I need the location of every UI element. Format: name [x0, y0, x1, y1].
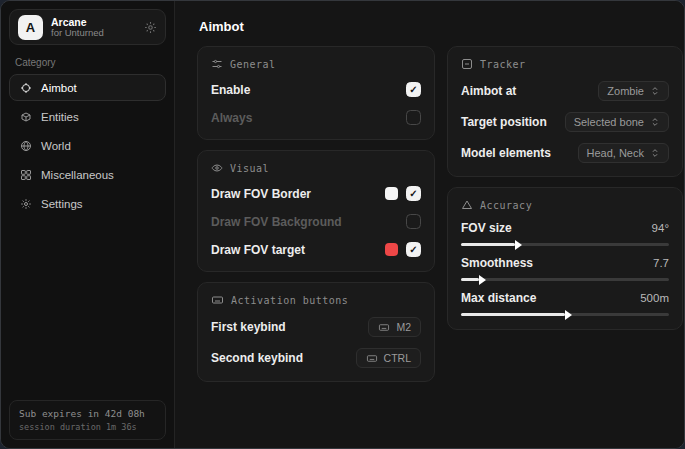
keyboard-icon — [378, 322, 390, 333]
sliders-icon — [211, 58, 223, 70]
category-label: Category — [15, 57, 160, 68]
enable-label: Enable — [211, 83, 250, 97]
model-elements-label: Model elements — [461, 146, 551, 160]
gear-icon[interactable] — [144, 21, 157, 34]
subscription-status-box: Sub expires in 42d 08h session duration … — [9, 400, 166, 440]
fov-size-slider[interactable] — [461, 243, 669, 246]
card-title: General — [230, 59, 276, 70]
smoothness-slider[interactable] — [461, 278, 669, 281]
chevrons-up-down-icon — [650, 148, 660, 158]
brand-name: Arcane — [51, 16, 104, 28]
sidebar: A Arcane for Unturned Category Aimbot — [1, 1, 175, 448]
always-checkbox[interactable] — [406, 110, 421, 125]
sidebar-item-aimbot[interactable]: Aimbot — [9, 74, 166, 101]
app-window: A Arcane for Unturned Category Aimbot — [0, 0, 685, 449]
fov-size-slider-fill — [461, 243, 515, 246]
sidebar-item-label: Aimbot — [41, 82, 77, 94]
enable-checkbox[interactable] — [406, 82, 421, 97]
fov-target-color-swatch[interactable] — [385, 243, 398, 256]
smoothness-value: 7.7 — [653, 257, 669, 269]
card-title: Tracker — [480, 59, 526, 70]
sidebar-nav: Aimbot Entities World Miscellaneous — [1, 74, 174, 217]
max-distance-slider-fill — [461, 313, 565, 316]
target-position-label: Target position — [461, 115, 547, 129]
max-distance-slider[interactable] — [461, 313, 669, 316]
visual-card: Visual Draw FOV Border Draw FOV Backgrou… — [197, 150, 435, 272]
max-distance-label: Max distance — [461, 291, 536, 305]
card-title: Accuracy — [480, 200, 532, 211]
fov-border-label: Draw FOV Border — [211, 187, 311, 201]
grid-icon — [20, 169, 32, 181]
scan-box-icon — [461, 58, 473, 70]
card-title: Visual — [230, 163, 269, 174]
eye-icon — [211, 162, 223, 174]
second-keybind-label: Second keybind — [211, 351, 303, 365]
triangle-icon — [461, 199, 473, 211]
aimbot-at-label: Aimbot at — [461, 84, 516, 98]
target-position-select[interactable]: Selected bone — [565, 112, 669, 132]
second-keybind-button[interactable]: CTRL — [356, 348, 421, 368]
page-title: Aimbot — [199, 19, 683, 34]
settings-gear-icon — [20, 198, 32, 210]
sidebar-item-world[interactable]: World — [9, 132, 166, 159]
first-keybind-button[interactable]: M2 — [368, 317, 421, 337]
brand-subtitle: for Unturned — [51, 28, 104, 39]
smoothness-label: Smoothness — [461, 256, 533, 270]
model-elements-value: Head, Neck — [587, 147, 644, 159]
fov-target-label: Draw FOV target — [211, 243, 305, 257]
tracker-card: Tracker Aimbot at Zombie Target position — [447, 46, 683, 177]
crosshair-icon — [20, 82, 32, 94]
fov-background-checkbox[interactable] — [406, 214, 421, 229]
brand-card: A Arcane for Unturned — [9, 9, 166, 45]
model-elements-select[interactable]: Head, Neck — [578, 143, 669, 163]
first-keybind-label: First keybind — [211, 320, 286, 334]
entities-icon — [20, 111, 32, 123]
activation-card: Activation buttons First keybind M2 Seco… — [197, 282, 435, 382]
sidebar-item-settings[interactable]: Settings — [9, 190, 166, 217]
target-position-value: Selected bone — [574, 116, 644, 128]
sidebar-item-miscellaneous[interactable]: Miscellaneous — [9, 161, 166, 188]
main-content: Aimbot General Enable — [175, 1, 685, 448]
fov-target-checkbox[interactable] — [406, 242, 421, 257]
first-keybind-value: M2 — [396, 321, 411, 333]
card-title: Activation buttons — [231, 295, 348, 306]
sub-expiry-text: Sub expires in 42d 08h — [19, 408, 156, 419]
keyboard-icon — [366, 353, 378, 364]
smoothness-slider-fill — [461, 278, 479, 281]
globe-icon — [20, 140, 32, 152]
accuracy-card: Accuracy FOV size 94° Smoothness — [447, 187, 683, 330]
second-keybind-value: CTRL — [384, 352, 411, 364]
sidebar-item-label: Settings — [41, 198, 83, 210]
sidebar-item-label: World — [41, 140, 71, 152]
always-label: Always — [211, 111, 252, 125]
aimbot-at-value: Zombie — [607, 85, 644, 97]
sidebar-item-entities[interactable]: Entities — [9, 103, 166, 130]
fov-size-value: 94° — [652, 222, 669, 234]
fov-size-label: FOV size — [461, 221, 512, 235]
session-duration-text: session duration 1m 36s — [19, 422, 156, 432]
keyboard-icon — [211, 294, 224, 306]
brand-logo: A — [18, 15, 43, 40]
fov-border-checkbox[interactable] — [406, 186, 421, 201]
general-card: General Enable Always — [197, 46, 435, 140]
fov-border-color-swatch[interactable] — [385, 187, 398, 200]
chevrons-up-down-icon — [650, 86, 660, 96]
sidebar-item-label: Miscellaneous — [41, 169, 114, 181]
max-distance-value: 500m — [640, 292, 669, 304]
chevrons-up-down-icon — [650, 117, 660, 127]
sidebar-item-label: Entities — [41, 111, 79, 123]
aimbot-at-select[interactable]: Zombie — [598, 81, 669, 101]
fov-background-label: Draw FOV Background — [211, 215, 342, 229]
